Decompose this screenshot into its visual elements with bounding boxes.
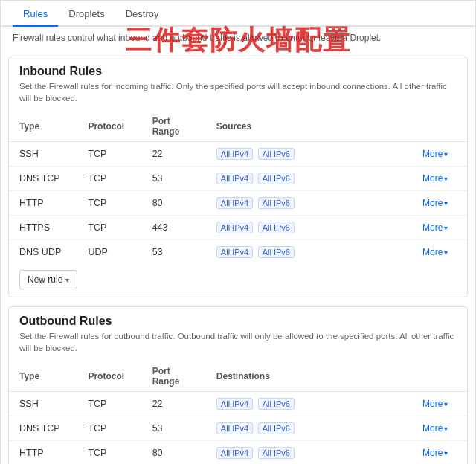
rule-port: 80 [142, 191, 206, 216]
tag-ipv4: All IPv4 [216, 398, 253, 410]
rule-sources: All IPv4 All IPv6 [206, 416, 412, 441]
inbound-description: Set the Firewall rules for incoming traf… [19, 80, 457, 104]
rule-sources: All IPv4 All IPv6 [206, 240, 412, 265]
rule-type: SSH [9, 392, 77, 416]
chevron-down-icon: ▾ [444, 175, 448, 183]
outbound-col-port: Port Range [142, 361, 206, 392]
tab-destroy[interactable]: Destroy [115, 1, 170, 27]
rule-port: 22 [142, 142, 206, 167]
rule-protocol: UDP [77, 240, 141, 265]
chevron-down-icon: ▾ [444, 248, 448, 257]
tag-ipv4: All IPv4 [216, 422, 253, 434]
inbound-rules-section: Inbound Rules Set the Firewall rules for… [8, 57, 468, 297]
more-label: More [422, 198, 443, 208]
inbound-table: Type Protocol Port Range Sources SSH TCP… [9, 112, 467, 264]
inbound-col-port: Port Range [142, 112, 206, 142]
tag-ipv6: All IPv6 [258, 398, 295, 410]
more-label: More [422, 222, 443, 233]
inbound-col-type: Type [9, 112, 77, 142]
more-link[interactable]: More ▾ [422, 149, 457, 159]
rule-type: HTTP [9, 191, 77, 216]
rule-sources: All IPv4 All IPv6 [206, 191, 412, 216]
outbound-col-type: Type [9, 361, 77, 392]
more-label: More [422, 399, 443, 409]
inbound-col-sources: Sources [206, 112, 412, 142]
tag-ipv6: All IPv6 [258, 447, 295, 459]
rule-type: DNS TCP [9, 167, 77, 191]
rule-sources: All IPv4 All IPv6 [206, 441, 412, 464]
rule-sources: All IPv4 All IPv6 [206, 216, 412, 240]
rule-action-cell: More ▾ [412, 142, 467, 167]
tag-ipv4: All IPv4 [216, 246, 253, 258]
tab-rules[interactable]: Rules [13, 1, 58, 27]
tag-ipv4: All IPv4 [216, 447, 253, 459]
table-row: DNS TCP TCP 53 All IPv4 All IPv6 More ▾ [9, 167, 467, 191]
page-wrapper: Rules Droplets Destroy Firewall rules co… [0, 0, 476, 464]
more-link[interactable]: More ▾ [422, 198, 457, 208]
banner-area: Firewall rules control what inbound and … [1, 27, 475, 48]
chevron-down-icon: ▾ [444, 425, 448, 433]
more-label: More [422, 149, 443, 159]
rule-action-cell: More ▾ [412, 216, 467, 240]
inbound-new-rule-button[interactable]: New rule ▾ [19, 270, 77, 289]
rule-type: DNS TCP [9, 416, 77, 441]
rule-protocol: TCP [77, 392, 141, 416]
tag-ipv6: All IPv6 [258, 222, 295, 233]
outbound-header: Outbound Rules Set the Firewall rules fo… [9, 307, 467, 357]
rule-port: 22 [142, 392, 206, 416]
rule-sources: All IPv4 All IPv6 [206, 167, 412, 191]
rule-protocol: TCP [77, 142, 141, 167]
chevron-down-icon: ▾ [444, 150, 448, 158]
more-label: More [422, 247, 443, 257]
tabs-bar: Rules Droplets Destroy [1, 1, 475, 27]
rule-port: 80 [142, 441, 206, 464]
table-row: HTTP TCP 80 All IPv4 All IPv6 More ▾ [9, 441, 467, 464]
tab-droplets[interactable]: Droplets [58, 1, 115, 27]
outbound-col-protocol: Protocol [77, 361, 141, 392]
inbound-new-rule-label: New rule [28, 274, 62, 285]
rule-port: 53 [142, 416, 206, 441]
table-row: DNS TCP TCP 53 All IPv4 All IPv6 More ▾ [9, 416, 467, 441]
chevron-down-icon: ▾ [444, 400, 448, 408]
table-row: SSH TCP 22 All IPv4 All IPv6 More ▾ [9, 142, 467, 167]
rule-port: 53 [142, 240, 206, 265]
banner-text: Firewall rules control what inbound and … [13, 33, 381, 43]
rule-protocol: TCP [77, 216, 141, 240]
table-row: HTTPS TCP 443 All IPv4 All IPv6 More ▾ [9, 216, 467, 240]
outbound-description: Set the Firewall rules for outbound traf… [19, 330, 457, 354]
more-label: More [422, 448, 443, 458]
rule-type: SSH [9, 142, 77, 167]
rule-protocol: TCP [77, 167, 141, 191]
outbound-col-action [412, 361, 467, 392]
inbound-title: Inbound Rules [19, 65, 457, 78]
more-link[interactable]: More ▾ [422, 423, 457, 434]
chevron-down-icon: ▾ [444, 199, 448, 207]
more-link[interactable]: More ▾ [422, 448, 457, 458]
tag-ipv6: All IPv6 [258, 173, 295, 184]
rule-protocol: TCP [77, 441, 141, 464]
rule-sources: All IPv4 All IPv6 [206, 142, 412, 167]
tag-ipv6: All IPv6 [258, 148, 295, 160]
rule-action-cell: More ▾ [412, 392, 467, 416]
more-link[interactable]: More ▾ [422, 173, 457, 184]
rule-type: HTTP [9, 441, 77, 464]
more-label: More [422, 423, 443, 434]
table-row: HTTP TCP 80 All IPv4 All IPv6 More ▾ [9, 191, 467, 216]
tag-ipv6: All IPv6 [258, 197, 295, 209]
rule-action-cell: More ▾ [412, 441, 467, 464]
tag-ipv4: All IPv4 [216, 222, 253, 233]
outbound-table: Type Protocol Port Range Destinations SS… [9, 361, 467, 464]
rule-port: 53 [142, 167, 206, 191]
rule-protocol: TCP [77, 191, 141, 216]
more-link[interactable]: More ▾ [422, 222, 457, 233]
more-link[interactable]: More ▾ [422, 399, 457, 409]
inbound-col-protocol: Protocol [77, 112, 141, 142]
tag-ipv4: All IPv4 [216, 148, 253, 160]
rule-protocol: TCP [77, 416, 141, 441]
tag-ipv4: All IPv4 [216, 197, 253, 209]
more-link[interactable]: More ▾ [422, 247, 457, 257]
rule-action-cell: More ▾ [412, 191, 467, 216]
outbound-rules-section: Outbound Rules Set the Firewall rules fo… [8, 306, 468, 464]
table-row: DNS UDP UDP 53 All IPv4 All IPv6 More ▾ [9, 240, 467, 265]
rule-action-cell: More ▾ [412, 167, 467, 191]
